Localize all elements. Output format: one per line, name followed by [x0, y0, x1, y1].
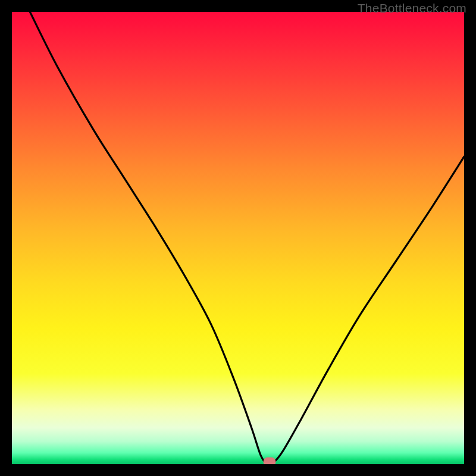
bottleneck-curve [30, 12, 464, 464]
optimal-point-marker [264, 458, 276, 464]
chart-frame: TheBottleneck.com [0, 0, 476, 476]
attribution-text: TheBottleneck.com [358, 1, 466, 15]
curve-svg [12, 12, 464, 464]
plot-area [12, 12, 464, 464]
